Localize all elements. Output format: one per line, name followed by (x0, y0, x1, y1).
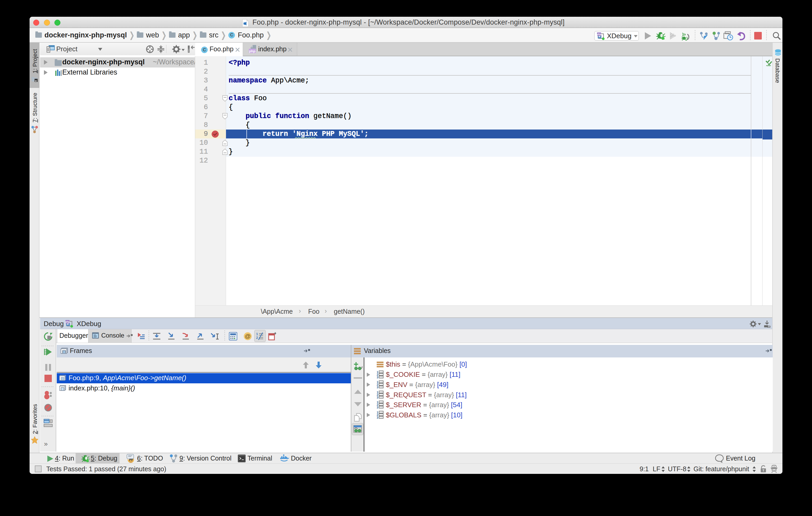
svg-text:php: php (249, 49, 255, 53)
svg-text:3: 3 (377, 396, 378, 399)
svg-text:3: 3 (377, 416, 378, 419)
svg-text:php: php (65, 320, 70, 323)
svg-text:@: @ (245, 333, 250, 339)
svg-text:3: 3 (377, 376, 378, 378)
svg-text:1: 1 (256, 332, 258, 336)
svg-text:3: 3 (377, 386, 378, 388)
svg-text:2: 2 (256, 336, 258, 340)
svg-text:php: php (597, 33, 602, 36)
svg-text:3: 3 (377, 406, 378, 408)
svg-text:T: T (762, 469, 764, 472)
